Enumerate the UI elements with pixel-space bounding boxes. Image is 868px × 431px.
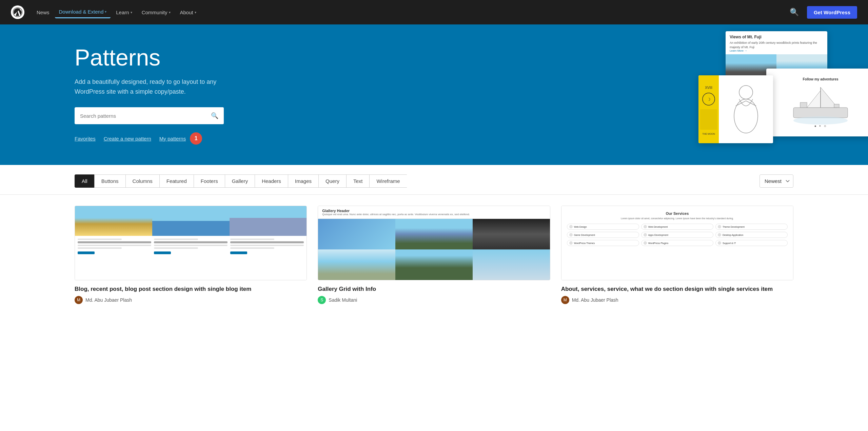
hero-subtitle: Add a beautifully designed, ready to go … [75,77,237,97]
svg-rect-6 [834,104,839,108]
svg-text:☽: ☽ [707,97,711,102]
filter-tab-gallery[interactable]: Gallery [225,174,255,188]
filters-right: Newest Oldest Popular [760,174,793,188]
svg-marker-3 [807,91,821,108]
pattern-card-title-gallery: Gallery Grid with Info [318,285,550,293]
page-title: Patterns [75,45,237,70]
author-name-blog: Md. Abu Jubaer Plash [85,297,132,303]
svg-rect-5 [800,102,807,108]
nav-right: 🔍 Get WordPress [787,5,857,19]
pattern-card-author-gallery: S Sadik Multani [318,296,550,304]
chevron-down-icon: ▾ [131,11,132,14]
favorites-link[interactable]: Favorites [75,136,96,142]
pattern-card-author-blog: M Md. Abu Jubaer Plash [75,296,307,304]
gallery-header-title: Glallery Header [322,209,546,213]
filters-row: All Buttons Columns Featured Footers Gal… [75,174,793,188]
filter-tab-wireframe[interactable]: Wireframe [369,174,407,188]
nav-community[interactable]: Community ▾ [138,7,175,18]
author-name-gallery: Sadik Multani [329,297,357,303]
service-item-desktopapp: Desktop Application [715,232,788,238]
cards-section: Blog, recent post, blog post section des… [0,195,868,315]
service-item-themedev: Theme Development [715,224,788,230]
search-button[interactable]: 🔍 [787,5,802,19]
author-name-services: Md. Abu Jubaer Plash [572,297,618,303]
get-wordpress-button[interactable]: Get WordPress [807,6,857,19]
hero-preview: Views of Mt. Fuji An exhibition of early… [678,31,868,147]
nav-news[interactable]: News [33,7,54,18]
preview-card-moon: XVIII ☽ THE MOON [698,75,773,143]
service-item-webdev: Web Development [641,224,713,230]
services-title: Our Services [567,211,788,215]
svg-point-7 [793,116,848,125]
search-submit-button[interactable]: 🔍 [205,107,224,124]
main-nav: News Download & Extend ▾ Learn ▾ Communi… [0,0,868,24]
cards-grid: Blog, recent post, blog post section des… [75,206,793,304]
gallery-header-desc: Quisque vel erat uma. Nunc ante dolor, u… [322,213,546,216]
filter-tab-images[interactable]: Images [288,174,318,188]
service-item-gamedev: Game Development [567,232,639,238]
filter-tab-buttons[interactable]: Buttons [94,174,125,188]
hero-links: Favorites Create a new pattern My patter… [75,132,237,145]
pattern-card-img-blog [75,206,307,280]
pattern-card-services[interactable]: Our Services Lorem ipsum dolor sit amet,… [561,206,793,304]
sort-select[interactable]: Newest Oldest Popular [760,174,793,188]
pattern-card-blog[interactable]: Blog, recent post, blog post section des… [75,206,307,304]
svg-text:XVIII: XVIII [705,86,712,90]
filter-tab-all[interactable]: All [75,174,94,188]
filter-tab-query[interactable]: Query [318,174,346,188]
author-avatar-blog: M [75,296,83,304]
filter-tab-headers[interactable]: Headers [255,174,288,188]
filter-tab-footers[interactable]: Footers [194,174,225,188]
pattern-card-title-services: About, services, service, what we do sec… [561,285,793,293]
my-patterns-link[interactable]: My patterns [159,136,186,142]
filter-tab-columns[interactable]: Columns [125,174,159,188]
service-item-webdesign: Web Design [567,224,639,230]
pattern-card-img-services: Our Services Lorem ipsum dolor sit amet,… [561,206,793,280]
svg-text:THE MOON: THE MOON [702,133,715,135]
author-avatar-gallery: S [318,296,326,304]
services-grid: Web Design Web Development Theme Develop… [567,224,788,246]
pattern-card-img-gallery: Glallery Header Quisque vel erat uma. Nu… [318,206,550,280]
nav-links: News Download & Extend ▾ Learn ▾ Communi… [33,6,787,18]
filter-tab-featured[interactable]: Featured [159,174,194,188]
chevron-down-icon: ▾ [105,10,106,14]
nav-download-extend[interactable]: Download & Extend ▾ [55,6,111,18]
svg-point-14 [739,86,753,99]
preview-card-adventure: Follow my adventures ■ ✦ [766,69,868,136]
pattern-card-author-services: M Md. Abu Jubaer Plash [561,296,793,304]
svg-rect-12 [700,109,717,130]
pattern-card-gallery[interactable]: Glallery Header Quisque vel erat uma. Nu… [318,206,550,304]
chevron-down-icon: ▾ [195,11,196,14]
chevron-down-icon: ▾ [169,11,171,14]
nav-learn[interactable]: Learn ▾ [112,7,136,18]
filter-tab-text[interactable]: Text [346,174,370,188]
filters-section: All Buttons Columns Featured Footers Gal… [0,165,868,195]
search-bar: 🔍 [75,107,224,124]
nav-about[interactable]: About ▾ [176,7,200,18]
svg-point-15 [734,99,758,133]
service-item-wpplugins: WordPress Plugins [641,240,713,246]
author-avatar-services: M [561,296,569,304]
wordpress-logo[interactable] [11,5,24,19]
service-item-support: Support & IT [715,240,788,246]
notification-badge: 1 [190,132,202,145]
create-pattern-link[interactable]: Create a new pattern [104,136,151,142]
service-item-appsdev: Apps Development [641,232,713,238]
pattern-card-title-blog: Blog, recent post, blog post section des… [75,285,307,293]
hero-section: Patterns Add a beautifully designed, rea… [0,24,868,165]
svg-rect-1 [793,108,848,118]
search-input[interactable] [75,108,205,124]
hero-content: Patterns Add a beautifully designed, rea… [0,45,237,145]
service-item-wpthemes: WordPress Themes [567,240,639,246]
